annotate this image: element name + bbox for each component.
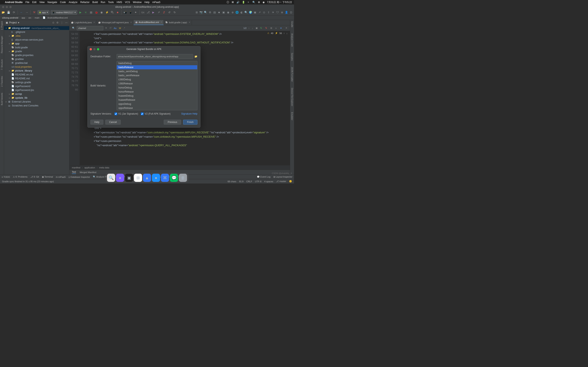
close-tab-icon[interactable]: ×: [161, 21, 162, 23]
right-tab-device-file-explorer[interactable]: Device File Explorer: [291, 88, 293, 106]
dialog-traffic-lights[interactable]: [90, 48, 99, 50]
tool15-icon[interactable]: ✈: [271, 11, 275, 14]
menu-view[interactable]: View: [39, 1, 45, 4]
dock-app[interactable]: ▲: [143, 174, 151, 182]
grid-icon[interactable]: ⊞: [195, 11, 199, 14]
left-tab-build-variants[interactable]: Build Variants: [1, 93, 3, 105]
bug-icon[interactable]: 🐞: [94, 11, 98, 14]
back-icon[interactable]: ←: [19, 11, 24, 14]
dest-folder-input[interactable]: [117, 54, 193, 59]
tool17-icon[interactable]: ⊗: [280, 11, 284, 14]
tree-item[interactable]: ⌘gradlew.bat: [4, 61, 69, 65]
tree-item[interactable]: ▸📁ucrop: [4, 92, 69, 96]
crumb-2[interactable]: src: [28, 17, 31, 19]
bc-application[interactable]: application: [84, 166, 95, 169]
finish-button[interactable]: Finish: [183, 120, 198, 125]
left-tab-resource-manager[interactable]: Resource Manager: [1, 36, 3, 53]
dock-app[interactable]: ⌘: [161, 174, 169, 182]
dock-app[interactable]: 🔍: [107, 174, 115, 182]
variant-row[interactable]: oppoRelease: [117, 106, 197, 110]
find-newline-icon[interactable]: ⏎: [109, 27, 112, 29]
run-config-app[interactable]: ▣app▾: [38, 10, 49, 15]
status-icon[interactable]: ⌘: [232, 1, 234, 4]
attach-icon[interactable]: ⚡: [105, 11, 109, 14]
find-opt1-icon[interactable]: ⇅: [259, 27, 263, 29]
save-icon[interactable]: 💾: [7, 11, 11, 14]
status-cell[interactable]: 68 chars: [228, 180, 236, 183]
variant-row[interactable]: c360Release: [117, 82, 197, 86]
menubar-datetime[interactable]: 7月31日 周一 下午5:22: [267, 1, 292, 4]
coverage-icon[interactable]: ▤: [89, 11, 93, 14]
toolwindow-item[interactable]: ⎇ 9: Git: [30, 175, 39, 178]
tree-item[interactable]: 📄README.en.md: [4, 73, 69, 76]
toolwindow-item[interactable]: m mPaaS: [56, 176, 66, 178]
status-cell[interactable]: 4 spaces: [264, 180, 273, 183]
find-opt4-icon[interactable]: ≡: [275, 27, 277, 29]
menu-vcs[interactable]: VCS: [125, 1, 130, 4]
previous-button[interactable]: Previous: [164, 120, 181, 125]
status-cell[interactable]: ⎇ master: [276, 180, 286, 183]
find-word-icon[interactable]: W: [118, 27, 121, 29]
tool12-icon[interactable]: ↗: [258, 11, 261, 14]
menu-code[interactable]: Code: [60, 1, 66, 4]
find-opt2-icon[interactable]: ⇅: [265, 27, 268, 29]
menu-hms[interactable]: HMS: [117, 1, 122, 4]
build-variants-list[interactable]: baiduDebugbaiduReleasebaidu_semDebugbaid…: [117, 61, 198, 110]
tool16-icon[interactable]: 🛡: [276, 11, 279, 14]
editor-tab[interactable]: ☕MessageListFragment.java×: [96, 20, 134, 25]
crumb-4[interactable]: AndroidManifest.xml: [47, 17, 68, 19]
find-prev-icon[interactable]: ↑: [248, 27, 250, 29]
tree-item[interactable]: {}aliyun-emas-services.json: [4, 38, 69, 42]
tree-item[interactable]: 📄sigePassword: [4, 84, 69, 88]
volume-icon[interactable]: 🔊: [236, 1, 240, 4]
tool4-icon[interactable]: ▣: [222, 11, 225, 14]
right-tab-json-formatter[interactable]: JSON Formatter: [291, 67, 293, 82]
tool6-icon[interactable]: ⊕: [231, 11, 234, 14]
menu-help[interactable]: Help: [144, 1, 149, 4]
find-filter-icon[interactable]: ⏷: [279, 27, 283, 29]
variant-row[interactable]: huaweiDebug: [117, 94, 197, 98]
toolwindow-item[interactable]: 💬 Event Log: [257, 175, 270, 178]
tree-item[interactable]: 📄README.md: [4, 76, 69, 80]
siri-icon[interactable]: ◉: [263, 1, 265, 4]
profiler-icon[interactable]: ◉: [100, 11, 104, 14]
toolwindow-item[interactable]: ≡ TODO: [2, 176, 10, 178]
variant-row[interactable]: baiduDebug: [117, 61, 197, 65]
toolwindow-item[interactable]: ⚠ 6: Problems: [13, 175, 27, 178]
close-tab-icon[interactable]: ×: [189, 21, 190, 24]
stop-icon[interactable]: ■: [116, 11, 120, 14]
left-tab-7-structure[interactable]: 7: Structure: [1, 59, 3, 70]
manifest-tab-merged-manifest[interactable]: Merged Manifest: [80, 171, 96, 174]
status-cell[interactable]: CRLF: [246, 180, 252, 183]
variant-row[interactable]: oppoDebug: [117, 102, 197, 106]
browse-folder-icon[interactable]: 📁: [194, 55, 198, 58]
git-history-icon[interactable]: ↺: [167, 11, 171, 14]
editor-tab[interactable]: 🐘build.gradle (:app)×: [164, 20, 192, 25]
tree-item[interactable]: 🐘build.gradle: [4, 45, 69, 49]
find-select-icon[interactable]: ▣: [255, 27, 258, 29]
git-run-icon[interactable]: ▶: [151, 11, 155, 14]
left-tab-1-project[interactable]: 1: Project: [1, 21, 3, 30]
tool9-icon[interactable]: 🔍: [244, 11, 248, 14]
find-clear-icon[interactable]: ✕: [104, 27, 108, 29]
v2-checkbox[interactable]: V2 (Full APK Signature): [141, 112, 171, 115]
dock-app[interactable]: ●: [116, 174, 124, 182]
right-tab-samples[interactable]: Samples: [291, 53, 293, 61]
right-tab-emulator[interactable]: Emulator: [291, 112, 293, 120]
tree-item[interactable]: ▸📁picture_library: [4, 69, 69, 73]
tool3-icon[interactable]: ■: [217, 11, 221, 14]
close-tab-icon[interactable]: ×: [94, 21, 95, 24]
tree-item[interactable]: 🐘gradle.properties: [4, 53, 69, 57]
zoom-icon[interactable]: 🔍: [204, 11, 208, 14]
dock-app[interactable]: 🗑: [179, 174, 187, 182]
toolwindow-item[interactable]: ⌸ Database Inspector: [69, 176, 90, 178]
project-title[interactable]: Project: [9, 21, 17, 24]
info-icon[interactable]: ⓘ: [227, 1, 229, 4]
git-update-icon[interactable]: ⇵: [162, 11, 166, 14]
mac-dock[interactable]: 🔍●▣⊞▲●⌘💬🗑: [105, 173, 189, 183]
bc-meta-data[interactable]: meta-data: [99, 166, 109, 169]
menu-run[interactable]: Run: [101, 1, 105, 4]
git-rollback-icon[interactable]: ↻: [173, 11, 177, 14]
v1-checkbox[interactable]: V1 (Jar Signature): [114, 112, 138, 115]
status-cell[interactable]: 😊: [289, 180, 292, 183]
